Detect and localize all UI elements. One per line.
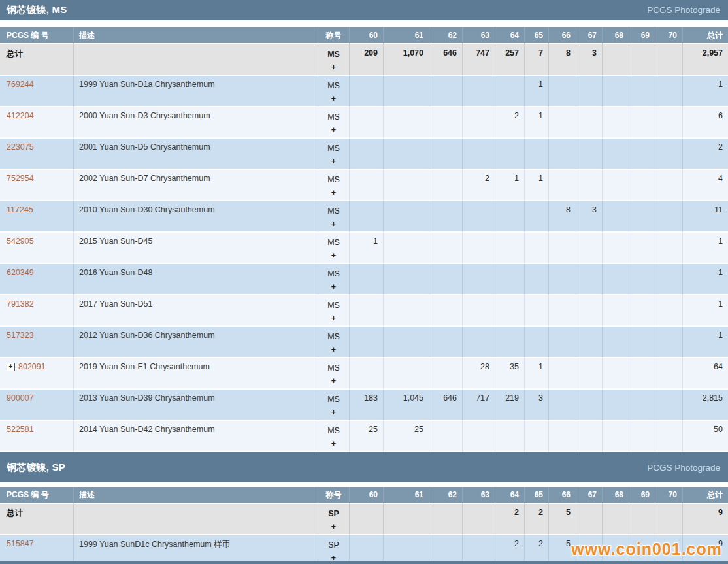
total-count: 1 (683, 233, 728, 264)
pcgs-number-link[interactable]: 412204 (7, 111, 34, 120)
pcgs-number-column-header: PCGS 编 号 (0, 27, 74, 44)
grade-69-count (629, 76, 655, 107)
grade-64-count (495, 327, 525, 358)
grade-65-count (525, 233, 549, 264)
totals-description-cell (74, 504, 318, 535)
pcgs-number-link[interactable]: 900007 (7, 393, 34, 403)
grade-70-count (655, 327, 683, 358)
totals-grade-69-count (629, 44, 655, 76)
pcgs-number-link[interactable]: 223075 (7, 142, 34, 152)
total-count: 1 (683, 327, 728, 358)
grade-68-count (603, 76, 629, 107)
grade-67-count (576, 264, 603, 295)
designation-label: MS (319, 361, 348, 374)
grade-62-count (429, 264, 463, 295)
pcgs-number-cell: +802091 (0, 358, 74, 390)
pcgs-number-link[interactable]: 522581 (7, 425, 34, 434)
designation-label: MS (319, 424, 348, 437)
grade-60-count (350, 107, 384, 139)
coin-description: 2010 Yuan Sun-D30 Chrysanthemum (74, 201, 318, 233)
coin-description: 2014 Yuan Sun-D42 Chrysanthemum (74, 421, 318, 452)
pcgs-number-cell: 752954 (0, 170, 74, 201)
table-row: 5225812014 Yuan Sun-D42 ChrysanthemumMS+… (0, 421, 728, 452)
pcgs-number-link[interactable]: 117245 (7, 205, 33, 214)
population-report-page: 钢芯镀镍, MS PCGS Photograde PCGS 编 号 描述 称号 … (0, 0, 728, 564)
designation-label: MS (319, 79, 348, 92)
coin-description: 2002 Yuan Sun-D7 Chrysanthemum (74, 170, 318, 201)
pcgs-photograde-link[interactable]: PCGS Photograde (647, 463, 720, 473)
grade-67-count (576, 327, 603, 358)
pcgs-number-link[interactable]: 620349 (7, 268, 34, 277)
total-count: 1 (683, 295, 728, 327)
grade-69-count (629, 107, 655, 139)
designation-cell: MS+ (318, 390, 350, 421)
pcgs-number-cell: 769244 (0, 76, 74, 107)
pcgs-number-cell: 522581 (0, 421, 74, 452)
grade-column-header-61: 61 (384, 487, 429, 504)
grade-67-count (576, 170, 603, 201)
grade-column-header-64: 64 (495, 27, 525, 44)
designation-cell: MS+ (318, 76, 350, 107)
coin-description: 2017 Yuan Sun-D51 (74, 295, 318, 327)
pcgs-number-link[interactable]: 802091 (18, 362, 46, 371)
grade-64-count: 2 (495, 535, 525, 564)
grade-69-count (629, 264, 655, 295)
grade-63-count (463, 76, 495, 107)
grade-column-header-61: 61 (384, 27, 429, 44)
grade-67-count (576, 139, 603, 170)
pcgs-number-link[interactable]: 791382 (7, 299, 34, 308)
grade-60-count (350, 201, 384, 233)
grade-64-count (495, 421, 525, 452)
coin-description: 2013 Yuan Sun-D39 Chrysanthemum (74, 390, 318, 421)
grade-67-count (576, 358, 603, 390)
grade-60-count (350, 264, 384, 295)
pcgs-number-link[interactable]: 542905 (7, 237, 34, 246)
pcgs-photograde-link[interactable]: PCGS Photograde (647, 5, 720, 15)
grade-66-count (549, 139, 576, 170)
totals-grade-68-count (603, 504, 629, 535)
grade-63-count (463, 107, 495, 139)
grade-61-count (384, 76, 429, 107)
grade-61-count (384, 535, 429, 564)
totals-grade-65-count: 7 (525, 44, 549, 76)
section-title: 钢芯镀镍, MS (7, 4, 67, 16)
plus-designation-label: + (319, 312, 348, 325)
grade-69-count (629, 327, 655, 358)
grade-60-count (350, 76, 384, 107)
grade-61-count (384, 139, 429, 170)
grade-column-header-62: 62 (429, 27, 463, 44)
grade-61-count (384, 107, 429, 139)
grade-62-count (429, 170, 463, 201)
pcgs-number-link[interactable]: 769244 (7, 80, 34, 89)
grade-66-count (549, 233, 576, 264)
totals-label: 总计 (0, 504, 74, 535)
totals-grade-67-count: 3 (576, 44, 603, 76)
expand-icon[interactable]: + (7, 363, 15, 371)
grade-62-count (429, 421, 463, 452)
designation-label: SP (319, 539, 348, 552)
grade-68-count (603, 327, 629, 358)
grade-70-count (655, 170, 683, 201)
grade-column-header-70: 70 (655, 487, 683, 504)
designation-cell: MS+ (318, 233, 350, 264)
total-count: 50 (683, 421, 728, 452)
grade-69-count (629, 170, 655, 201)
grade-column-header-70: 70 (655, 27, 683, 44)
total-count: 4 (683, 170, 728, 201)
designation-column-header: 称号 (318, 487, 350, 504)
grade-70-count (655, 107, 683, 139)
grade-61-count (384, 233, 429, 264)
grade-63-count (463, 233, 495, 264)
pcgs-number-cell: 542905 (0, 233, 74, 264)
pcgs-number-link[interactable]: 752954 (7, 174, 34, 183)
pcgs-number-link[interactable]: 517323 (7, 331, 34, 340)
grade-66-count (549, 390, 576, 421)
grade-column-header-60: 60 (350, 487, 384, 504)
grade-69-count (629, 421, 655, 452)
designation-cell: MS+ (318, 358, 350, 390)
totals-grade-64-count: 2 (495, 504, 525, 535)
designation-cell: MS+ (318, 264, 350, 295)
grade-68-count (603, 201, 629, 233)
section-header-bar: 钢芯镀镍, MS PCGS Photograde (0, 0, 728, 20)
pcgs-number-link[interactable]: 515847 (7, 539, 34, 548)
